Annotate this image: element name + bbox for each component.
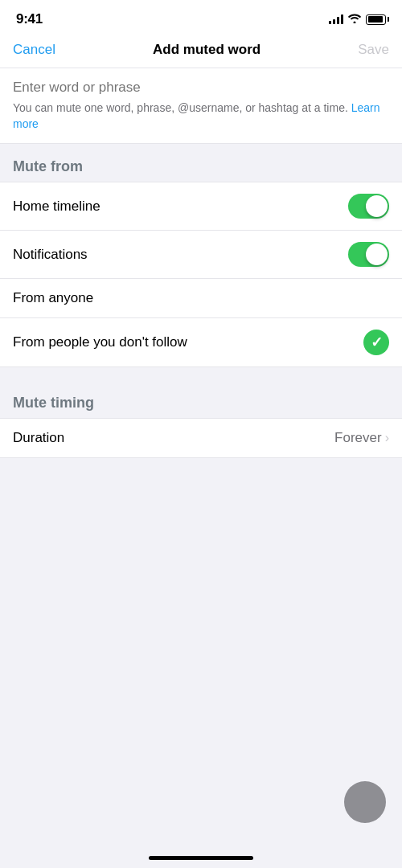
wifi-icon bbox=[348, 13, 361, 26]
duration-row[interactable]: Duration Forever › bbox=[0, 418, 402, 458]
home-timeline-label: Home timeline bbox=[13, 199, 100, 215]
duration-value: Forever › bbox=[334, 430, 389, 446]
battery-icon bbox=[366, 14, 386, 25]
home-timeline-toggle[interactable] bbox=[348, 194, 389, 219]
status-icons bbox=[329, 13, 386, 26]
home-indicator bbox=[149, 856, 253, 860]
signal-icon bbox=[329, 14, 343, 24]
word-input[interactable] bbox=[13, 80, 389, 96]
mute-from-list: Home timeline Notifications From anyone … bbox=[0, 182, 402, 367]
checkmark-icon: ✓ bbox=[371, 335, 383, 350]
save-button[interactable]: Save bbox=[358, 42, 389, 58]
cancel-button[interactable]: Cancel bbox=[13, 42, 55, 58]
from-people-label: From people you don't follow bbox=[13, 334, 187, 350]
input-hint: You can mute one word, phrase, @username… bbox=[13, 100, 389, 132]
home-timeline-row[interactable]: Home timeline bbox=[0, 182, 402, 231]
mute-timing-section: Mute timing Duration Forever › bbox=[0, 380, 402, 458]
notifications-toggle-thumb bbox=[366, 244, 388, 265]
mute-timing-title: Mute timing bbox=[13, 395, 94, 411]
home-timeline-toggle-thumb bbox=[366, 195, 388, 217]
duration-value-text: Forever bbox=[334, 430, 382, 446]
page-title: Add muted word bbox=[153, 42, 260, 58]
from-people-check[interactable]: ✓ bbox=[363, 330, 389, 355]
status-time: 9:41 bbox=[16, 11, 43, 27]
chevron-right-icon: › bbox=[385, 431, 389, 445]
mute-timing-header: Mute timing bbox=[0, 380, 402, 418]
input-section: You can mute one word, phrase, @username… bbox=[0, 68, 402, 144]
from-anyone-row[interactable]: From anyone bbox=[0, 279, 402, 318]
mute-from-title: Mute from bbox=[13, 158, 83, 174]
from-people-row[interactable]: From people you don't follow ✓ bbox=[0, 318, 402, 366]
notifications-row[interactable]: Notifications bbox=[0, 231, 402, 279]
notifications-toggle[interactable] bbox=[348, 242, 389, 267]
fab-button[interactable] bbox=[344, 781, 386, 823]
notifications-label: Notifications bbox=[13, 247, 88, 263]
status-bar: 9:41 bbox=[0, 0, 402, 34]
mute-from-header: Mute from bbox=[0, 144, 402, 182]
duration-label: Duration bbox=[13, 430, 64, 446]
from-anyone-label: From anyone bbox=[13, 290, 93, 306]
nav-bar: Cancel Add muted word Save bbox=[0, 34, 402, 68]
